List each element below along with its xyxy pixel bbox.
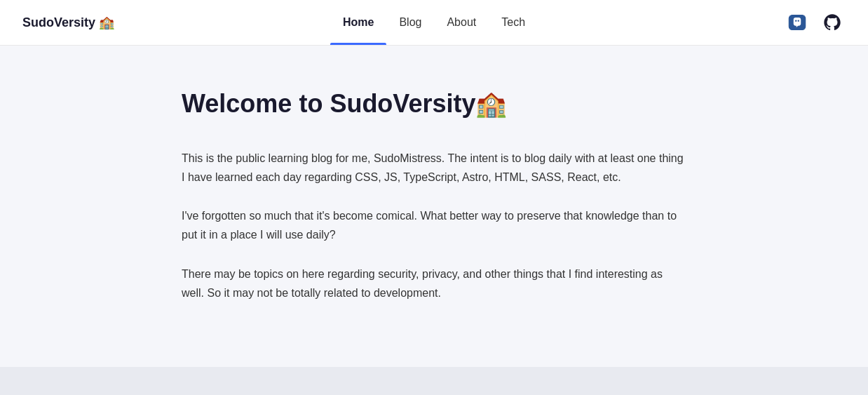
github-icon[interactable] bbox=[819, 9, 846, 36]
site-logo[interactable]: SudoVersity 🏫 bbox=[22, 15, 114, 30]
nav-link-tech[interactable]: Tech bbox=[489, 0, 538, 45]
svg-point-1 bbox=[795, 20, 796, 22]
paragraph-3: There may be topics on here regarding se… bbox=[182, 265, 686, 302]
paragraph-2: I've forgotten so much that it's become … bbox=[182, 206, 686, 244]
svg-point-2 bbox=[798, 20, 799, 22]
nav-link-home[interactable]: Home bbox=[330, 0, 386, 45]
footer bbox=[0, 367, 868, 395]
main-nav: SudoVersity 🏫 Home Blog About Tech bbox=[0, 0, 868, 46]
nav-link-about[interactable]: About bbox=[434, 0, 489, 45]
nav-links: Home Blog About Tech bbox=[330, 0, 538, 45]
page-heading: Welcome to SudoVersity🏫 bbox=[182, 88, 686, 121]
nav-link-blog[interactable]: Blog bbox=[386, 0, 434, 45]
paragraph-1: This is the public learning blog for me,… bbox=[182, 149, 686, 187]
nav-social-icons bbox=[784, 9, 846, 36]
main-content: Welcome to SudoVersity🏫 This is the publ… bbox=[168, 46, 700, 364]
mastodon-icon[interactable] bbox=[784, 9, 811, 36]
